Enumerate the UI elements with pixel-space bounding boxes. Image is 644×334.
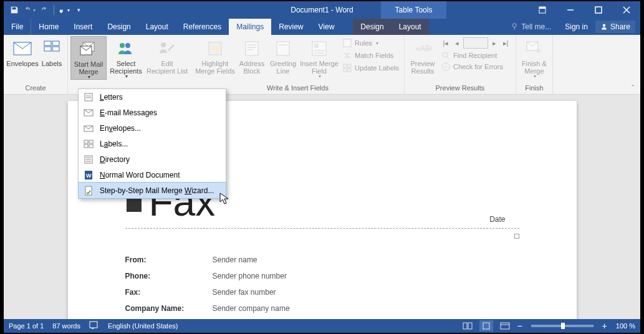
recipients-icon xyxy=(116,39,136,59)
tab-layout[interactable]: Layout xyxy=(138,19,176,35)
svg-line-37 xyxy=(447,57,449,59)
svg-point-16 xyxy=(125,43,130,48)
language-status[interactable]: English (United States) xyxy=(108,322,178,330)
insert-merge-icon xyxy=(309,39,329,59)
field-row: Company Name:Sender company name xyxy=(125,300,519,317)
mail-merge-icon xyxy=(79,39,99,59)
touch-mode-icon[interactable]: ▾ xyxy=(57,3,70,17)
labels-icon xyxy=(82,138,95,150)
menu-normal-word-document[interactable]: W Normal Word Document xyxy=(79,167,226,183)
menu-letters[interactable]: Letters xyxy=(79,89,226,105)
tab-table-design[interactable]: Design xyxy=(353,19,391,35)
tab-insert[interactable]: Insert xyxy=(66,19,100,35)
print-layout-icon[interactable] xyxy=(479,320,493,332)
proofing-icon[interactable] xyxy=(89,321,99,331)
group-start-mail-merge: Start Mail Merge ▼ Select Recipients ▼ E… xyxy=(68,35,191,94)
prev-record-icon: ◂ xyxy=(452,38,462,48)
tab-references[interactable]: References xyxy=(176,19,229,35)
word-app-window: ▾ ▾ ▾ Document1 - Word Table Tools File … xyxy=(4,1,640,333)
word-count-status[interactable]: 87 words xyxy=(52,322,80,330)
match-fields-button: Match Fields xyxy=(340,50,401,61)
rules-button: Rules▾ xyxy=(340,37,401,49)
read-mode-icon[interactable] xyxy=(461,320,474,332)
svg-rect-56 xyxy=(90,322,97,328)
zoom-out-button[interactable]: − xyxy=(517,321,522,331)
directory-icon xyxy=(82,153,95,166)
collapse-ribbon-icon[interactable]: ˆ xyxy=(625,35,640,94)
page-number-status[interactable]: Page 1 of 1 xyxy=(9,322,44,330)
menu-mail-merge-wizard[interactable]: Step-by-Step Mail Merge Wizard... xyxy=(79,183,226,198)
svg-text:«ABC»: «ABC» xyxy=(416,44,431,53)
svg-rect-40 xyxy=(85,93,92,101)
svg-rect-3 xyxy=(595,7,602,13)
first-record-icon: |◂ xyxy=(441,38,451,48)
labels-button[interactable]: Labels xyxy=(39,36,65,67)
envelope-icon xyxy=(12,39,32,59)
chevron-down-icon: ▼ xyxy=(318,74,322,79)
menu-labels[interactable]: Labels... xyxy=(79,136,226,151)
zoom-slider[interactable] xyxy=(531,325,594,327)
zoom-level[interactable]: 100 % xyxy=(616,322,635,330)
menu-email-messages[interactable]: E-mail Messages xyxy=(79,105,226,120)
highlight-icon xyxy=(205,39,225,59)
check-errors-button: Check for Errors xyxy=(438,61,513,72)
svg-rect-24 xyxy=(277,42,289,55)
envelopes-button[interactable]: Envelopes xyxy=(6,36,39,67)
tell-me-search[interactable]: Tell me... xyxy=(505,22,557,31)
record-navigation: |◂ ◂ ▸ ▸| xyxy=(438,36,513,50)
svg-point-17 xyxy=(161,42,166,47)
svg-rect-46 xyxy=(89,140,93,143)
svg-rect-19 xyxy=(211,47,219,50)
redo-icon[interactable] xyxy=(37,3,51,17)
tab-design[interactable]: Design xyxy=(100,19,138,35)
share-button[interactable]: Share xyxy=(595,21,635,33)
find-recipient-button: Find Recipient xyxy=(438,50,513,61)
menu-directory[interactable]: Directory xyxy=(79,151,226,167)
undo-icon[interactable]: ▾ xyxy=(22,3,36,17)
tab-review[interactable]: Review xyxy=(271,19,310,35)
select-recipients-button[interactable]: Select Recipients ▼ xyxy=(107,36,145,79)
tab-view[interactable]: View xyxy=(311,19,342,35)
svg-rect-30 xyxy=(344,39,351,47)
edit-list-icon xyxy=(157,39,177,59)
zoom-in-button[interactable]: + xyxy=(602,321,607,331)
tab-file[interactable]: File xyxy=(4,19,31,35)
labels-icon xyxy=(42,39,62,59)
svg-rect-10 xyxy=(52,41,59,45)
address-block-icon xyxy=(242,39,262,59)
save-icon[interactable] xyxy=(7,3,21,17)
group-create: Envelopes Labels Create xyxy=(4,35,68,94)
qat-customize-icon[interactable]: ▾ xyxy=(72,3,85,17)
title-bar: ▾ ▾ ▾ Document1 - Word Table Tools xyxy=(4,1,640,19)
start-mail-merge-button[interactable]: Start Mail Merge ▼ xyxy=(70,36,107,80)
maximize-button[interactable] xyxy=(584,1,612,19)
svg-rect-9 xyxy=(44,41,51,45)
menu-envelopes[interactable]: Envelopes... xyxy=(79,120,226,136)
word-doc-icon: W xyxy=(82,169,95,181)
minimize-button[interactable] xyxy=(556,1,584,19)
sign-in-link[interactable]: Sign in xyxy=(560,22,593,31)
group-preview-results: «ABC» Preview Results |◂ ◂ ▸ ▸| Find Rec… xyxy=(405,35,516,94)
rules-icon xyxy=(342,38,352,48)
svg-rect-32 xyxy=(348,64,351,67)
svg-rect-57 xyxy=(463,323,467,329)
svg-rect-59 xyxy=(483,323,489,329)
tab-mailings[interactable]: Mailings xyxy=(229,19,271,35)
highlight-merge-fields-button: Highlight Merge Fields xyxy=(194,36,236,75)
tab-table-layout[interactable]: Layout xyxy=(392,19,429,35)
field-row: Fax:Sender fax number xyxy=(125,284,519,300)
next-record-icon: ▸ xyxy=(489,38,499,48)
tab-home[interactable]: Home xyxy=(31,19,66,35)
close-button[interactable] xyxy=(612,1,640,19)
field-row: Phone:Sender phone number xyxy=(125,268,519,284)
svg-rect-48 xyxy=(89,145,93,148)
svg-rect-11 xyxy=(44,47,51,51)
last-record-icon: ▸| xyxy=(501,38,511,48)
svg-rect-47 xyxy=(84,145,88,148)
svg-rect-60 xyxy=(501,323,509,329)
start-mail-merge-menu: Letters E-mail Messages Envelopes... Lab… xyxy=(78,88,226,199)
ribbon: Envelopes Labels Create Start Mail Merge… xyxy=(4,35,640,95)
web-layout-icon[interactable] xyxy=(498,320,512,332)
ribbon-display-options-icon[interactable] xyxy=(528,1,556,19)
insert-merge-field-button: Insert Merge Field ▼ xyxy=(299,36,340,79)
